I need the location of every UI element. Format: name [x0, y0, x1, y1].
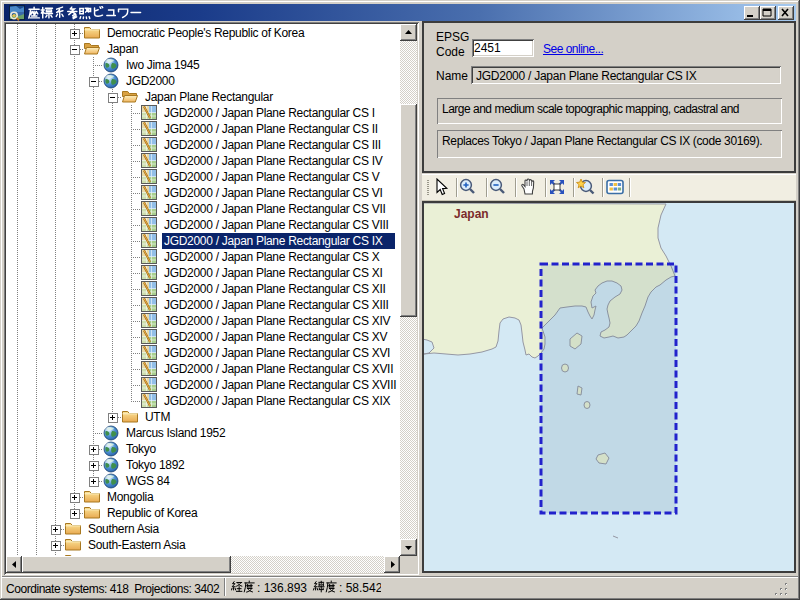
svg-text:JGD2000 / Japan Plane Rectangu: JGD2000 / Japan Plane Rectangular CS XII — [164, 282, 385, 296]
svg-text:UTM: UTM — [145, 410, 170, 424]
svg-text:JGD2000 / Japan Plane Rectangu: JGD2000 / Japan Plane Rectangular CS XV — [164, 330, 387, 344]
svg-text:JGD2000 / Japan Plane Rectangu: JGD2000 / Japan Plane Rectangular CS XI — [164, 266, 382, 280]
svg-text:JGD2000 / Japan Plane Rectangu: JGD2000 / Japan Plane Rectangular CS III — [164, 138, 381, 152]
svg-text:South-Eastern Asia: South-Eastern Asia — [88, 538, 186, 552]
svg-text:Southern Asia: Southern Asia — [88, 522, 159, 536]
svg-text:Tokyo: Tokyo — [126, 442, 156, 456]
svg-text:Marcus Island 1952: Marcus Island 1952 — [126, 426, 226, 440]
svg-text:JGD2000 / Japan Plane Rectangu: JGD2000 / Japan Plane Rectangular CS I — [164, 106, 375, 120]
svg-text:Iwo Jima 1945: Iwo Jima 1945 — [126, 58, 200, 72]
svg-text:JGD2000 / Japan Plane Rectangu: JGD2000 / Japan Plane Rectangular CS VI — [164, 186, 382, 200]
svg-text:Mongolia: Mongolia — [107, 490, 154, 504]
svg-text:JGD2000 / Japan Plane Rectangu: JGD2000 / Japan Plane Rectangular CS V — [164, 170, 380, 184]
svg-text:JGD2000 / Japan Plane Rectangu: JGD2000 / Japan Plane Rectangular CS XII… — [164, 298, 389, 312]
svg-text:JGD2000 / Japan Plane Rectangu: JGD2000 / Japan Plane Rectangular CS IV — [164, 154, 383, 168]
svg-text:: 136.893: : 136.893 — [257, 581, 307, 595]
svg-text:Japan: Japan — [107, 42, 138, 56]
svg-text:JGD2000 / Japan Plane Rectangu: JGD2000 / Japan Plane Rectangular CS XIV — [164, 314, 390, 328]
svg-text:JGD2000 / Japan Plane Rectangu: JGD2000 / Japan Plane Rectangular CS IX — [164, 234, 383, 248]
svg-text:JGD2000 / Japan Plane Rectangu: JGD2000 / Japan Plane Rectangular CS XVI — [164, 346, 390, 360]
svg-text:JGD2000 / Japan Plane Rectangu: JGD2000 / Japan Plane Rectangular CS XVI… — [164, 362, 393, 376]
svg-text:JGD2000 / Japan Plane Rectangu: JGD2000 / Japan Plane Rectangular CS VII… — [164, 218, 389, 232]
svg-text:JGD2000 / Japan Plane Rectangu: JGD2000 / Japan Plane Rectangular CS VII — [164, 202, 385, 216]
svg-text:Democratic People's Republic o: Democratic People's Republic of Korea — [107, 26, 305, 40]
svg-text:Japan: Japan — [454, 207, 489, 221]
svg-text:Republic of Korea: Republic of Korea — [107, 506, 198, 520]
svg-text:Tokyo 1892: Tokyo 1892 — [126, 458, 185, 472]
svg-text:JGD2000 / Japan Plane Rectangu: JGD2000 / Japan Plane Rectangular CS XIX — [164, 394, 390, 408]
svg-text:JGD2000 / Japan Plane Rectangu: JGD2000 / Japan Plane Rectangular CS X — [164, 250, 380, 264]
svg-text:JGD2000: JGD2000 — [126, 74, 175, 88]
svg-text:WGS 84: WGS 84 — [126, 474, 170, 488]
svg-text:Japan Plane Rectangular: Japan Plane Rectangular — [145, 90, 273, 104]
svg-text:JGD2000 / Japan Plane Rectangu: JGD2000 / Japan Plane Rectangular CS II — [164, 122, 378, 136]
svg-text:JGD2000 / Japan Plane Rectangu: JGD2000 / Japan Plane Rectangular CS XVI… — [164, 378, 396, 392]
svg-text:: 58.542: : 58.542 — [339, 581, 381, 595]
